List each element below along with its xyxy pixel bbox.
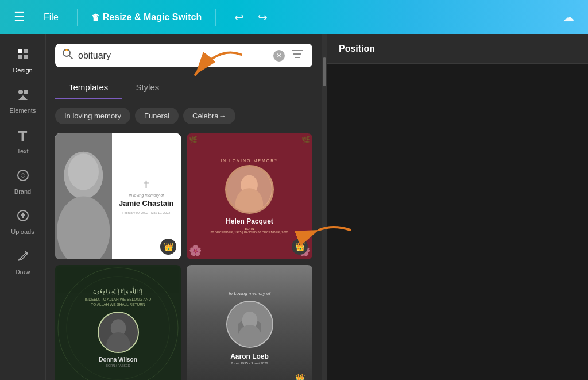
tab-templates[interactable]: Templates <box>55 76 122 99</box>
template-card-4[interactable]: In Loving memory of Aaron Loeb 2 mei <box>187 265 312 380</box>
svg-point-4 <box>18 90 23 94</box>
search-clear-button[interactable]: ✕ <box>273 50 285 62</box>
chip-in-loving-memory[interactable]: In loving memory <box>55 108 130 124</box>
file-menu[interactable]: File <box>39 10 63 25</box>
search-box: ✕ <box>55 44 312 67</box>
sidebar-item-brand[interactable]: © Brand <box>3 163 43 201</box>
draw-icon <box>16 249 30 266</box>
svg-point-24 <box>67 277 169 379</box>
svg-rect-1 <box>24 49 28 53</box>
template-1-premium-badge: 👑 <box>160 239 176 255</box>
sidebar-item-uploads[interactable]: Uploads <box>3 203 43 241</box>
left-sidebar: Design Elements T Text © Bra <box>0 34 46 380</box>
undo-button[interactable]: ↩ <box>230 8 249 26</box>
sidebar-brand-label: Brand <box>14 188 31 195</box>
chip-funeral[interactable]: Funeral <box>135 108 179 124</box>
uploads-icon <box>16 209 30 226</box>
svg-rect-5 <box>24 90 28 94</box>
sidebar-design-label: Design <box>13 67 32 74</box>
resize-magic-switch-button[interactable]: ♛ Resize & Magic Switch <box>91 12 202 23</box>
topbar-right: ☁ <box>558 8 579 26</box>
sidebar-item-text[interactable]: T Text <box>3 122 43 160</box>
redo-button[interactable]: ↪ <box>253 8 272 26</box>
template-4-premium-badge: 👑 <box>292 370 308 380</box>
sidebar-item-draw[interactable]: Draw <box>3 243 43 281</box>
brand-icon: © <box>16 168 30 186</box>
tab-styles[interactable]: Styles <box>122 76 173 99</box>
svg-point-19 <box>68 153 99 190</box>
design-icon <box>16 47 30 64</box>
template-1-photo <box>55 133 112 259</box>
svg-rect-3 <box>24 55 28 59</box>
text-icon: T <box>18 128 28 145</box>
svg-marker-6 <box>18 95 28 100</box>
svg-line-12 <box>69 56 72 59</box>
right-panel: Position <box>327 34 588 380</box>
svg-text:©: © <box>21 172 25 179</box>
design-panel: ✕ Templates Styles In loving m <box>46 34 327 380</box>
svg-point-11 <box>63 49 70 56</box>
topbar: ☰ File ♛ Resize & Magic Switch ↩ ↪ ☁ <box>0 0 588 34</box>
cloud-save-button[interactable]: ☁ <box>558 8 579 26</box>
search-area: ✕ <box>46 34 322 67</box>
crown-icon: ♛ <box>91 12 99 23</box>
position-title: Position <box>339 44 577 54</box>
right-panel-header: Position <box>327 34 588 64</box>
chip-celebration[interactable]: Celebra→ <box>183 108 235 124</box>
search-filter-button[interactable] <box>289 48 305 63</box>
search-magic-icon <box>62 48 74 63</box>
tabs-row: Templates Styles <box>46 76 322 99</box>
template-card-3[interactable]: إِنَّا لِلَّهِ وَإِنَّا إِلَيْهِ رَاجِعُ… <box>55 265 181 380</box>
svg-rect-2 <box>18 55 22 59</box>
template-4-photo-circle <box>226 301 273 348</box>
templates-grid: ✝ In loving memory of Jamie Chastain Feb… <box>55 133 312 380</box>
elements-icon <box>16 87 30 105</box>
sidebar-uploads-label: Uploads <box>11 228 34 235</box>
topbar-actions: ↩ ↪ <box>230 8 272 26</box>
hamburger-icon[interactable]: ☰ <box>9 7 30 27</box>
panel-content: ✕ Templates Styles In loving m <box>46 34 322 380</box>
sidebar-draw-label: Draw <box>16 268 30 275</box>
sidebar-item-design[interactable]: Design <box>3 41 43 79</box>
template-card-2[interactable]: IN LOVING MEMORY Helen Pacquet BORN30 DE… <box>187 133 312 259</box>
template-2-photo-circle <box>225 165 274 214</box>
template-2-premium-badge: 👑 <box>292 239 308 255</box>
sidebar-text-label: Text <box>17 148 28 155</box>
sidebar-item-elements[interactable]: Elements <box>3 82 43 120</box>
search-input[interactable] <box>78 51 269 61</box>
svg-rect-0 <box>18 49 22 53</box>
svg-point-23 <box>58 268 178 380</box>
templates-scroll[interactable]: ✝ In loving memory of Jamie Chastain Feb… <box>46 129 322 380</box>
topbar-divider2 <box>215 9 216 26</box>
template-card-1[interactable]: ✝ In loving memory of Jamie Chastain Feb… <box>55 133 181 259</box>
topbar-divider <box>77 9 78 26</box>
panel-scrollbar[interactable] <box>322 34 327 380</box>
sidebar-elements-label: Elements <box>10 107 36 114</box>
scrollbar-thumb <box>323 57 326 86</box>
chips-row: In loving memory Funeral Celebra→ <box>46 99 322 129</box>
main-layout: Design Elements T Text © Bra <box>0 34 588 380</box>
